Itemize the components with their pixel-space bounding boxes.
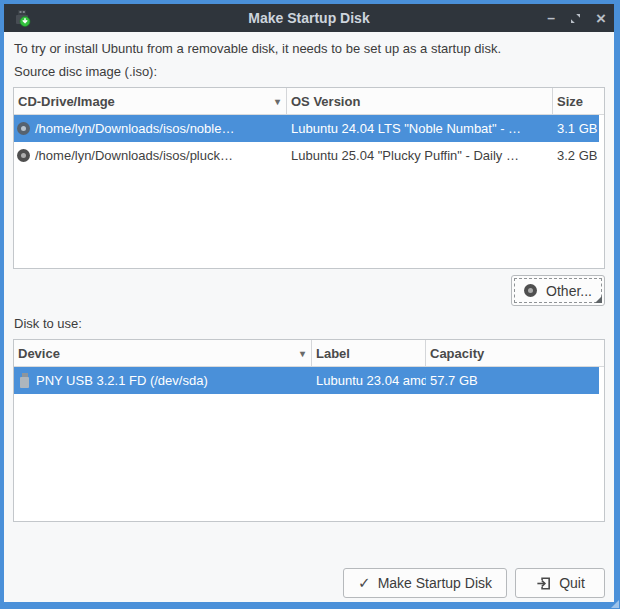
disk-table-header: Device ▾ Label Capacity (14, 340, 604, 367)
button-menu-corner (595, 296, 602, 303)
other-button-row: Other... (13, 275, 605, 306)
titlebar: Make Startup Disk – × (4, 4, 614, 32)
close-button[interactable]: × (596, 10, 606, 27)
column-header-device[interactable]: Device ▾ (14, 340, 312, 366)
usb-stick-icon (20, 373, 29, 388)
iso-path: /home/lyn/Downloads/isos/pluck… (35, 148, 233, 163)
column-header-cd-drive-image[interactable]: CD-Drive/Image ▾ (14, 88, 287, 114)
iso-row-noble[interactable]: /home/lyn/Downloads/isos/noble… Lubuntu … (14, 115, 599, 142)
optical-disc-icon (17, 149, 30, 162)
window-content: To try or install Ubuntu from a removabl… (4, 32, 614, 602)
disk-table: Device ▾ Label Capacity PNY USB 3.2.1 FD… (13, 339, 605, 522)
optical-disc-icon (17, 122, 30, 135)
column-header-os-version[interactable]: OS Version (287, 88, 553, 114)
intro-text: To try or install Ubuntu from a removabl… (14, 40, 605, 58)
iso-size: 3.2 GB (553, 148, 599, 163)
exit-icon (535, 575, 552, 592)
column-header-size[interactable]: Size (553, 88, 604, 114)
quit-button[interactable]: Quit (515, 568, 605, 598)
resize-grip[interactable] (611, 600, 619, 608)
iso-table: CD-Drive/Image ▾ OS Version Size /home/l… (13, 87, 605, 269)
iso-os-version: Lubuntu 25.04 "Plucky Puffin" - Daily … (287, 148, 553, 163)
sort-descending-icon: ▾ (275, 96, 282, 107)
action-button-row: ✓ Make Startup Disk Quit (13, 568, 605, 598)
other-button[interactable]: Other... (511, 275, 605, 306)
check-icon: ✓ (358, 574, 371, 592)
device-name: PNY USB 3.2.1 FD (/dev/sda) (36, 373, 208, 388)
make-startup-disk-window: Make Startup Disk – × To try or install … (0, 0, 620, 609)
column-header-capacity[interactable]: Capacity (426, 340, 604, 366)
optical-disc-icon (524, 284, 537, 297)
disk-row-pny-usb[interactable]: PNY USB 3.2.1 FD (/dev/sda) Lubuntu 23.0… (14, 367, 599, 394)
usb-creator-app-icon (12, 8, 32, 28)
iso-row-plucky[interactable]: /home/lyn/Downloads/isos/pluck… Lubuntu … (14, 142, 599, 169)
window-title: Make Startup Disk (4, 10, 614, 26)
minimize-button[interactable]: – (547, 11, 555, 25)
iso-table-header: CD-Drive/Image ▾ OS Version Size (14, 88, 604, 115)
device-capacity: 57.7 GB (426, 373, 599, 388)
source-image-label: Source disc image (.iso): (14, 63, 605, 81)
column-header-label[interactable]: Label (312, 340, 426, 366)
device-label: Lubuntu 23.04 amd64 (312, 373, 426, 388)
iso-path: /home/lyn/Downloads/isos/noble… (35, 121, 234, 136)
iso-os-version: Lubuntu 24.04 LTS "Noble Numbat" - … (287, 121, 553, 136)
iso-size: 3.1 GB (553, 121, 599, 136)
restore-icon[interactable] (569, 12, 582, 25)
disk-to-use-label: Disk to use: (14, 315, 605, 333)
sort-descending-icon: ▾ (300, 348, 307, 359)
make-startup-disk-button[interactable]: ✓ Make Startup Disk (343, 568, 507, 598)
